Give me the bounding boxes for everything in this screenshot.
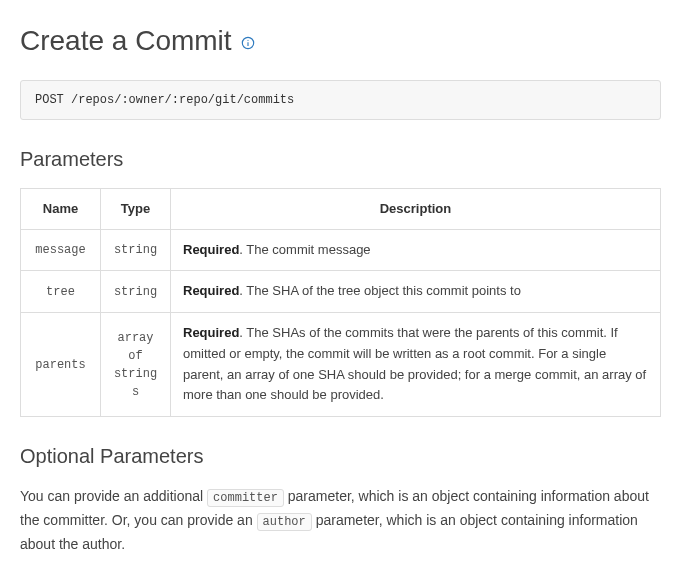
endpoint-block: POST /repos/:owner/:repo/git/commits — [20, 80, 661, 120]
table-row: tree string Required. The SHA of the tre… — [21, 271, 661, 313]
col-name: Name — [21, 189, 101, 230]
required-label: Required — [183, 242, 239, 257]
desc-text: . The SHA of the tree object this commit… — [239, 283, 521, 298]
text-segment: You can provide an additional — [20, 488, 207, 504]
param-name: parents — [21, 313, 101, 417]
table-row: parents array of string s Required. The … — [21, 313, 661, 417]
param-type: array of string s — [101, 313, 171, 417]
col-desc: Description — [171, 189, 661, 230]
code-committer: committer — [207, 489, 284, 507]
param-desc: Required. The SHAs of the commits that w… — [171, 313, 661, 417]
page-title-text: Create a Commit — [20, 20, 232, 62]
parameters-table: Name Type Description message string Req… — [20, 188, 661, 417]
table-header-row: Name Type Description — [21, 189, 661, 230]
table-row: message string Required. The commit mess… — [21, 229, 661, 271]
code-author: author — [257, 513, 312, 531]
desc-text: . The commit message — [239, 242, 370, 257]
param-name: message — [21, 229, 101, 271]
required-label: Required — [183, 283, 239, 298]
page-title: Create a Commit — [20, 20, 661, 62]
info-icon[interactable] — [240, 35, 256, 51]
param-type: string — [101, 229, 171, 271]
parameters-heading: Parameters — [20, 144, 661, 174]
endpoint-text: POST /repos/:owner/:repo/git/commits — [35, 93, 294, 107]
optional-paragraph-1: You can provide an additional committer … — [20, 485, 661, 556]
param-type: string — [101, 271, 171, 313]
optional-parameters-heading: Optional Parameters — [20, 441, 661, 471]
param-desc: Required. The SHA of the tree object thi… — [171, 271, 661, 313]
desc-text: . The SHAs of the commits that were the … — [183, 325, 646, 402]
param-desc: Required. The commit message — [171, 229, 661, 271]
required-label: Required — [183, 325, 239, 340]
param-name: tree — [21, 271, 101, 313]
col-type: Type — [101, 189, 171, 230]
svg-point-1 — [247, 40, 248, 41]
